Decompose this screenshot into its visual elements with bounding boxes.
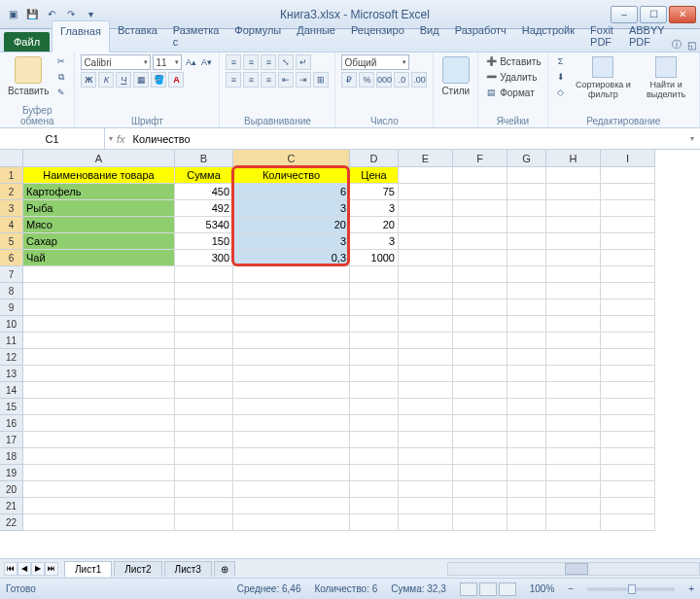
- cell-C6[interactable]: 0,3: [233, 250, 350, 266]
- cell-E19[interactable]: [399, 465, 453, 481]
- cell-E13[interactable]: [399, 366, 453, 382]
- cell-B7[interactable]: [175, 266, 233, 283]
- cell-A17[interactable]: [23, 432, 175, 448]
- cell-A2[interactable]: Картофель: [23, 184, 175, 200]
- cell-C1[interactable]: Количество: [233, 167, 350, 184]
- row-header-19[interactable]: 19: [0, 465, 23, 481]
- cell-G11[interactable]: [508, 333, 546, 349]
- cell-F13[interactable]: [453, 366, 508, 382]
- tab-abbyy pdf[interactable]: ABBYY PDF: [621, 20, 673, 52]
- cell-F16[interactable]: [453, 415, 508, 432]
- cell-B6[interactable]: 300: [175, 250, 233, 266]
- cell-B22[interactable]: [175, 514, 233, 531]
- cell-I2[interactable]: [601, 184, 655, 200]
- cell-C5[interactable]: 3: [233, 233, 350, 250]
- cell-A3[interactable]: Рыба: [23, 200, 175, 217]
- styles-button[interactable]: Стили: [439, 54, 472, 98]
- cell-D19[interactable]: [350, 465, 399, 481]
- cell-D11[interactable]: [350, 333, 399, 349]
- cell-D17[interactable]: [350, 432, 399, 448]
- cell-H20[interactable]: [546, 481, 601, 498]
- cell-B4[interactable]: 5340: [175, 217, 233, 233]
- last-sheet-button[interactable]: ⏭: [45, 562, 58, 576]
- orientation-icon[interactable]: ⤡: [278, 54, 294, 70]
- cell-C15[interactable]: [233, 399, 350, 415]
- row-header-14[interactable]: 14: [0, 382, 23, 399]
- cell-E1[interactable]: [399, 167, 453, 184]
- cell-E6[interactable]: [399, 250, 453, 266]
- row-header-15[interactable]: 15: [0, 399, 23, 415]
- cell-A1[interactable]: Наименование товара: [23, 167, 175, 184]
- cell-A9[interactable]: [23, 300, 175, 316]
- col-header-B[interactable]: B: [175, 150, 233, 167]
- ribbon-minimize-icon[interactable]: ◱: [687, 40, 696, 51]
- cell-G12[interactable]: [508, 349, 546, 366]
- format-painter-icon[interactable]: ✎: [54, 86, 68, 99]
- cell-A10[interactable]: [23, 316, 175, 333]
- cell-D21[interactable]: [350, 498, 399, 514]
- cell-B3[interactable]: 492: [175, 200, 233, 217]
- cell-G9[interactable]: [508, 300, 546, 316]
- cell-I10[interactable]: [601, 316, 655, 333]
- font-color-icon[interactable]: A: [168, 72, 184, 88]
- cell-D7[interactable]: [350, 266, 399, 283]
- cell-I1[interactable]: [601, 167, 655, 184]
- tab-формулы[interactable]: Формулы: [227, 20, 289, 52]
- cell-D13[interactable]: [350, 366, 399, 382]
- row-header-17[interactable]: 17: [0, 432, 23, 448]
- page-layout-button[interactable]: [479, 582, 497, 596]
- cell-B13[interactable]: [175, 366, 233, 382]
- cell-F22[interactable]: [453, 514, 508, 531]
- cell-D1[interactable]: Цена: [350, 167, 399, 184]
- cell-C8[interactable]: [233, 283, 350, 300]
- cell-G10[interactable]: [508, 316, 546, 333]
- tab-главная[interactable]: Главная: [52, 20, 110, 53]
- cell-F8[interactable]: [453, 283, 508, 300]
- cell-A16[interactable]: [23, 415, 175, 432]
- cell-I6[interactable]: [601, 250, 655, 266]
- cells-area[interactable]: Наименование товараСуммаКоличествоЦенаКа…: [23, 167, 655, 531]
- cell-C17[interactable]: [233, 432, 350, 448]
- fx-icon[interactable]: fx: [117, 133, 125, 145]
- cell-E5[interactable]: [399, 233, 453, 250]
- cell-H15[interactable]: [546, 399, 601, 415]
- cell-H6[interactable]: [546, 250, 601, 266]
- cell-I11[interactable]: [601, 333, 655, 349]
- cell-I12[interactable]: [601, 349, 655, 366]
- cell-H5[interactable]: [546, 233, 601, 250]
- save-icon[interactable]: 💾: [23, 6, 41, 23]
- cell-A11[interactable]: [23, 333, 175, 349]
- cell-E7[interactable]: [399, 266, 453, 283]
- grid[interactable]: ABCDEFGHI 123456789101112131415161718192…: [0, 150, 700, 558]
- cell-F21[interactable]: [453, 498, 508, 514]
- cell-E4[interactable]: [399, 217, 453, 233]
- cell-B20[interactable]: [175, 481, 233, 498]
- cell-G16[interactable]: [508, 415, 546, 432]
- cell-G14[interactable]: [508, 382, 546, 399]
- row-header-9[interactable]: 9: [0, 300, 23, 316]
- first-sheet-button[interactable]: ⏮: [4, 562, 18, 576]
- cell-F15[interactable]: [453, 399, 508, 415]
- cell-E8[interactable]: [399, 283, 453, 300]
- cell-F17[interactable]: [453, 432, 508, 448]
- cell-E9[interactable]: [399, 300, 453, 316]
- cell-H11[interactable]: [546, 333, 601, 349]
- cell-D2[interactable]: 75: [350, 184, 399, 200]
- cell-E10[interactable]: [399, 316, 453, 333]
- cell-F19[interactable]: [453, 465, 508, 481]
- find-select-button[interactable]: Найти и выделить: [639, 54, 693, 101]
- cell-B15[interactable]: [175, 399, 233, 415]
- cell-A22[interactable]: [23, 514, 175, 531]
- cell-F7[interactable]: [453, 266, 508, 283]
- row-header-16[interactable]: 16: [0, 415, 23, 432]
- cell-C7[interactable]: [233, 266, 350, 283]
- cell-A5[interactable]: Сахар: [23, 233, 175, 250]
- cell-A21[interactable]: [23, 498, 175, 514]
- cell-A19[interactable]: [23, 465, 175, 481]
- cell-H3[interactable]: [546, 200, 601, 217]
- prev-sheet-button[interactable]: ◀: [18, 562, 31, 576]
- row-header-20[interactable]: 20: [0, 481, 23, 498]
- cell-H16[interactable]: [546, 415, 601, 432]
- percent-icon[interactable]: %: [359, 72, 374, 88]
- align-top-icon[interactable]: ≡: [226, 54, 241, 70]
